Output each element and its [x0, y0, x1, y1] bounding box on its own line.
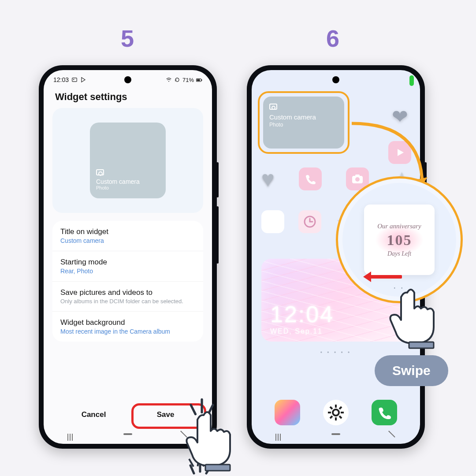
clock-time: 12:04 — [270, 301, 402, 327]
camera-hole — [332, 76, 339, 83]
widget-preview-card: Custom camera Photo — [52, 108, 203, 213]
settings-app-icon[interactable] — [323, 400, 349, 425]
screen-5: 12:03 71% Widget — [44, 70, 212, 444]
widget-highlight-box: Custom camera Photo — [258, 91, 350, 154]
svg-rect-26 — [409, 342, 434, 348]
svg-point-2 — [168, 81, 169, 82]
svg-line-23 — [339, 416, 342, 418]
back-icon[interactable] — [389, 431, 396, 438]
setting-value: Rear, Photo — [60, 268, 195, 275]
setting-widget-background[interactable]: Widget background Most recent image in t… — [52, 312, 203, 342]
setting-description: Only albums in the DCIM folder can be se… — [60, 298, 195, 305]
heart-ornament-icon[interactable]: ♥ — [261, 166, 275, 192]
wifi-icon — [166, 77, 172, 83]
svg-line-22 — [330, 407, 332, 409]
dialer-app-icon[interactable] — [372, 400, 397, 425]
setting-save-location[interactable]: Save pictures and videos to Only albums … — [52, 282, 203, 312]
camera-hole — [124, 76, 131, 83]
setting-label: Title on widget — [60, 227, 195, 236]
status-time: 12:03 — [53, 76, 69, 83]
countdown-title: Our anniversary — [377, 223, 421, 230]
recents-icon[interactable] — [67, 434, 76, 435]
swipe-badge: Swipe — [375, 355, 448, 386]
setting-starting-mode[interactable]: Starting mode Rear, Photo — [52, 251, 203, 282]
setting-label: Starting mode — [60, 258, 195, 267]
hand-pointer-icon — [182, 406, 240, 472]
setting-label: Widget background — [60, 318, 195, 327]
custom-camera-widget[interactable]: Custom camera Photo — [263, 97, 344, 149]
play-store-icon — [80, 77, 86, 83]
svg-rect-4 — [197, 79, 200, 81]
dock — [252, 400, 420, 425]
setting-value: Custom camera — [60, 237, 195, 244]
countdown-number: 105 — [387, 232, 412, 249]
home-icon[interactable] — [331, 433, 340, 435]
battery-icon — [196, 77, 202, 83]
phone-app-icon[interactable] — [299, 167, 322, 190]
camera-icon — [269, 104, 277, 110]
widget-subtitle: Photo — [96, 185, 160, 190]
step-number-6: 6 — [326, 25, 339, 52]
step-number-5: 5 — [121, 25, 134, 52]
android-nav-bar — [252, 426, 420, 442]
hand-pointer-icon — [386, 284, 443, 350]
page-title: Widget settings — [44, 89, 212, 108]
phone-step-5: 12:03 71% Widget — [39, 65, 217, 449]
clock-date: WED, Sep.11 — [270, 327, 402, 335]
svg-rect-0 — [72, 78, 77, 82]
svg-rect-12 — [205, 465, 230, 471]
svg-line-25 — [330, 416, 332, 418]
widget-subtitle: Photo — [269, 122, 338, 128]
refresh-icon — [174, 77, 180, 83]
svg-line-24 — [339, 407, 342, 409]
setting-value: Most recent image in the Camera album — [60, 328, 195, 335]
recents-icon[interactable] — [275, 434, 284, 435]
countdown-widget: Our anniversary 105 Days Left — [364, 205, 435, 275]
countdown-subtitle: Days Left — [387, 250, 411, 257]
volume-button — [216, 162, 219, 197]
svg-point-17 — [333, 409, 339, 416]
power-button — [216, 206, 219, 264]
widget-title: Custom camera — [269, 113, 338, 121]
privacy-indicator-icon — [409, 75, 414, 86]
svg-point-1 — [73, 79, 74, 80]
clock-app-icon[interactable] — [298, 210, 321, 233]
camera-icon — [96, 169, 104, 175]
image-icon — [71, 77, 78, 83]
setting-label: Save pictures and videos to — [60, 288, 195, 297]
blank-app-icon[interactable] — [261, 210, 284, 233]
widget-tile-preview: Custom camera Photo — [90, 123, 166, 198]
themes-app-icon[interactable] — [275, 400, 300, 425]
cancel-button[interactable]: Cancel — [65, 404, 123, 425]
setting-title-on-widget[interactable]: Title on widget Custom camera — [52, 221, 203, 251]
widget-title: Custom camera — [96, 178, 160, 185]
settings-list: Title on widget Custom camera Starting m… — [52, 221, 203, 342]
battery-percent: 71% — [182, 77, 194, 83]
svg-rect-5 — [201, 80, 202, 81]
home-icon[interactable] — [123, 433, 132, 435]
page-indicator: • • • • • — [252, 350, 420, 356]
arrow-left-icon — [369, 275, 402, 279]
